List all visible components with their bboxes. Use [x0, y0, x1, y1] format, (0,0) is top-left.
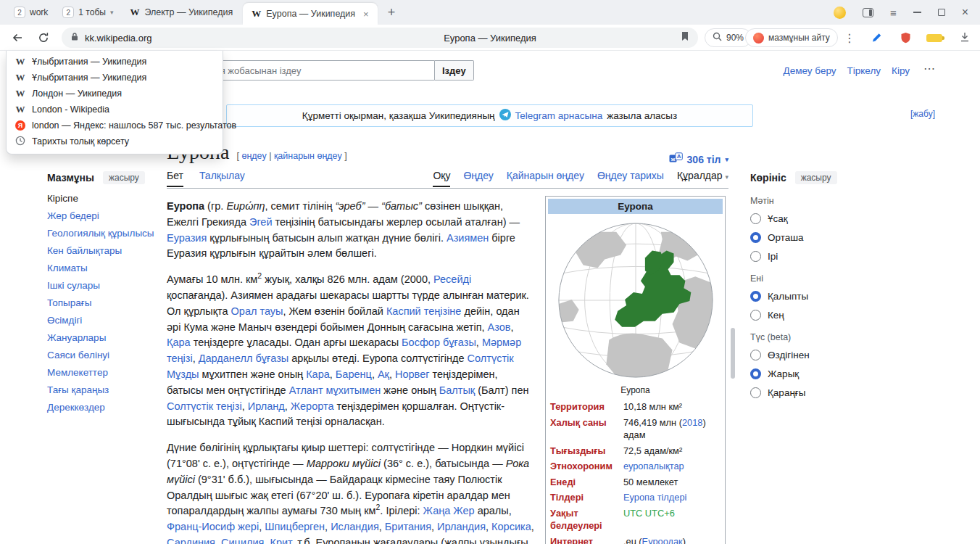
radio-selected-icon[interactable] [750, 232, 761, 243]
radio-icon[interactable] [750, 310, 761, 321]
toc-item[interactable]: Кен байлықтары [47, 245, 159, 256]
tab-history[interactable]: Өңдеу тарихы [597, 170, 664, 187]
window-minimize-button[interactable] [913, 12, 921, 13]
wiki-link[interactable]: қайнарын өңдеу [274, 151, 342, 161]
radio-option[interactable]: Орташа [750, 232, 852, 243]
toc-item[interactable]: Жануарлары [47, 332, 159, 343]
radio-option[interactable]: Кең [750, 310, 852, 321]
tab-group-1[interactable]: 2 1 тобы ▾ [56, 3, 120, 22]
wiki-link[interactable]: Босфор бұғазы [402, 337, 476, 348]
toc-item[interactable]: Өсімдігі [47, 315, 159, 326]
suggestion-item[interactable]: Я london — Яндекс: нашлось 587 тыс. резу… [7, 118, 223, 133]
appearance-hide-button[interactable]: жасыру [795, 171, 837, 184]
radio-selected-icon[interactable] [750, 291, 761, 302]
wiki-link[interactable]: Еуроодақ [642, 536, 683, 544]
tab-page[interactable]: Бет [167, 170, 183, 187]
suggestion-item-history[interactable]: Тарихты толық көрсету [7, 133, 223, 149]
wiki-link[interactable]: Дарданелл бұғазы [199, 353, 289, 364]
wiki-link[interactable]: Исландия [331, 521, 379, 532]
suggestion-item[interactable]: W Лондон — Уикипедия [7, 86, 223, 102]
scrollbar-thumb[interactable] [731, 328, 735, 379]
pencil-icon[interactable] [871, 32, 882, 46]
wiki-link[interactable]: Эгей [249, 216, 273, 228]
shield-icon[interactable] [900, 32, 911, 46]
tab-edit[interactable]: Өңдеу [463, 170, 493, 187]
wiki-link[interactable]: еуропалықтар [623, 461, 684, 471]
wiki-link[interactable]: Шпицберген [265, 521, 325, 532]
tab-read[interactable]: Оқу [433, 170, 450, 187]
wiki-link[interactable]: Норвег [395, 368, 430, 380]
download-icon[interactable] [960, 32, 970, 45]
wiki-link[interactable]: Қара [167, 337, 191, 348]
radio-option[interactable]: Қараңғы [750, 387, 852, 398]
suggestion-item[interactable]: W Ұлыбритания — Уикипедия [7, 54, 223, 70]
language-selector[interactable]: жA 306 тіл ▾ [649, 152, 728, 166]
banner-close-link[interactable]: [жабу] [910, 109, 935, 119]
rewards-icon[interactable] [834, 7, 846, 19]
read-aloud-button[interactable]: мазмұнын айту [745, 28, 838, 47]
back-button[interactable] [12, 32, 23, 46]
wiki-link[interactable]: Британия [385, 521, 431, 532]
toc-item[interactable]: Климаты [47, 263, 159, 273]
radio-option[interactable]: Жарық [750, 368, 852, 379]
more-options-icon[interactable]: ⋮ [844, 31, 855, 45]
new-tab-button[interactable]: + [379, 5, 404, 20]
radio-icon[interactable] [750, 350, 761, 360]
wiki-link[interactable]: Ресейді [433, 273, 471, 285]
toc-item[interactable]: Топырағы [47, 297, 159, 308]
wiki-link[interactable]: Ақ [378, 368, 389, 380]
radio-icon[interactable] [750, 387, 761, 398]
tab-group-work[interactable]: 2 work [7, 3, 54, 22]
wiki-link[interactable]: Балтық [439, 384, 475, 396]
tab-edit-source[interactable]: Қайнарын өңдеу [507, 170, 584, 187]
radio-icon[interactable] [750, 213, 761, 224]
wiki-link[interactable]: 2018 [682, 417, 702, 428]
window-close-button[interactable]: × [962, 7, 968, 18]
toc-item[interactable]: Ішкі сулары [47, 280, 159, 291]
wiki-link[interactable]: Еуразия [167, 232, 207, 244]
suggestion-item[interactable]: W Ұлыбритания — Уикипедия [7, 70, 223, 86]
tab-talk[interactable]: Талқылау [199, 170, 245, 187]
donate-link[interactable]: Демеу беру [784, 65, 836, 76]
radio-option[interactable]: Ұсақ [750, 213, 852, 224]
radio-option[interactable]: Өздігінен [750, 350, 852, 360]
toc-item[interactable]: Мемлекеттер [47, 367, 159, 378]
toc-item[interactable]: Жер бедері [47, 210, 159, 221]
wiki-link[interactable]: Ирланд [248, 400, 285, 412]
suggestion-item[interactable]: W London - Wikipedia [7, 102, 223, 118]
wiki-link[interactable]: Ирландия [437, 521, 486, 532]
wiki-link[interactable]: Жерорта [291, 400, 334, 412]
toc-item[interactable]: Саяси бөлінуі [47, 350, 159, 360]
window-maximize-button[interactable] [938, 9, 945, 16]
wiki-link[interactable]: Франц-Иосиф жері [167, 521, 259, 532]
toc-hide-button[interactable]: жасыру [103, 171, 145, 184]
wiki-link[interactable]: Баренц [336, 368, 372, 380]
tools-menu[interactable]: Құралдар ▾ [677, 170, 728, 187]
wiki-link[interactable]: Каспий теңізіне [386, 305, 462, 317]
tab-close-icon[interactable]: × [363, 9, 369, 20]
toc-item[interactable]: Геологиялық құрылысы [47, 228, 159, 239]
wiki-link[interactable]: Крит [270, 537, 291, 544]
wiki-link[interactable]: Кара [306, 368, 330, 380]
wiki-link[interactable]: Азов [488, 321, 511, 333]
wiki-link[interactable]: Орал тауы [231, 305, 283, 317]
wiki-link[interactable]: өңдеу [241, 151, 266, 161]
radio-option[interactable]: Қалыпты [750, 291, 852, 302]
wiki-link[interactable]: Корсика [491, 521, 531, 532]
refresh-button[interactable] [38, 32, 49, 46]
wiki-link[interactable]: Еуропа тілдері [623, 492, 686, 503]
radio-option[interactable]: Ірі [750, 251, 852, 262]
telegram-link[interactable]: Telegram арнасына [515, 110, 603, 121]
radio-icon[interactable] [750, 251, 761, 262]
toc-item[interactable]: Кіріспе [47, 193, 159, 204]
register-link[interactable]: Тіркелу [847, 65, 881, 76]
login-link[interactable]: Кіру [892, 65, 910, 76]
europe-globe-image[interactable] [553, 218, 718, 383]
tab-europa-active[interactable]: W Еуропа — Уикипедия × [243, 3, 377, 25]
wiki-link[interactable]: Атлант мұхитымен [289, 384, 381, 396]
wiki-link[interactable]: Сицилия [221, 537, 264, 544]
user-menu-icon[interactable]: ⋯ [923, 62, 935, 75]
tab-electr[interactable]: W Электр — Уикипедия [121, 0, 241, 25]
search-button[interactable]: Іздеу [435, 60, 474, 81]
address-bar[interactable]: kk.wikipedia.org [62, 28, 698, 48]
